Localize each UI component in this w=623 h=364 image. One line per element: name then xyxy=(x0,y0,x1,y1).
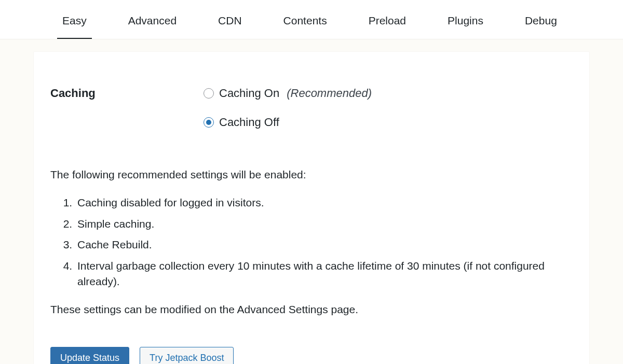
radio-indicator-on xyxy=(204,88,214,99)
list-item: Cache Rebuild. xyxy=(75,237,573,253)
radio-indicator-off xyxy=(204,117,214,128)
caching-radio-group: Caching On (Recommended) Caching Off xyxy=(204,85,372,131)
action-buttons: Update Status Try Jetpack Boost xyxy=(50,347,573,364)
list-item: Simple caching. xyxy=(75,216,573,232)
radio-label-on: Caching On xyxy=(219,85,279,102)
recommended-settings-list: Caching disabled for logged in visitors.… xyxy=(75,195,573,289)
radio-caching-on[interactable]: Caching On (Recommended) xyxy=(204,85,372,102)
settings-tabbar: Easy Advanced CDN Contents Preload Plugi… xyxy=(0,0,623,39)
radio-caching-off[interactable]: Caching Off xyxy=(204,114,372,131)
recommended-settings-description: The following recommended settings will … xyxy=(50,167,573,318)
intro-text: The following recommended settings will … xyxy=(50,167,573,183)
tab-contents[interactable]: Contents xyxy=(283,13,327,39)
tab-cdn[interactable]: CDN xyxy=(218,13,242,39)
list-item: Interval garbage collection every 10 min… xyxy=(75,258,573,290)
outro-text: These settings can be modified on the Ad… xyxy=(50,302,573,317)
tab-plugins[interactable]: Plugins xyxy=(448,13,483,39)
caching-row: Caching Caching On (Recommended) Caching… xyxy=(50,85,573,131)
tab-advanced[interactable]: Advanced xyxy=(128,13,177,39)
easy-settings-panel: Caching Caching On (Recommended) Caching… xyxy=(34,52,589,364)
panel-wrap: Caching Caching On (Recommended) Caching… xyxy=(0,39,623,364)
update-status-button[interactable]: Update Status xyxy=(50,347,129,364)
tab-preload[interactable]: Preload xyxy=(369,13,406,39)
try-jetpack-boost-button[interactable]: Try Jetpack Boost xyxy=(140,347,234,364)
list-item: Caching disabled for logged in visitors. xyxy=(75,195,573,211)
radio-label-off: Caching Off xyxy=(219,114,279,131)
tab-easy[interactable]: Easy xyxy=(62,13,87,39)
section-title-caching: Caching xyxy=(50,85,204,102)
radio-note-on: (Recommended) xyxy=(287,85,372,102)
tab-debug[interactable]: Debug xyxy=(525,13,557,39)
